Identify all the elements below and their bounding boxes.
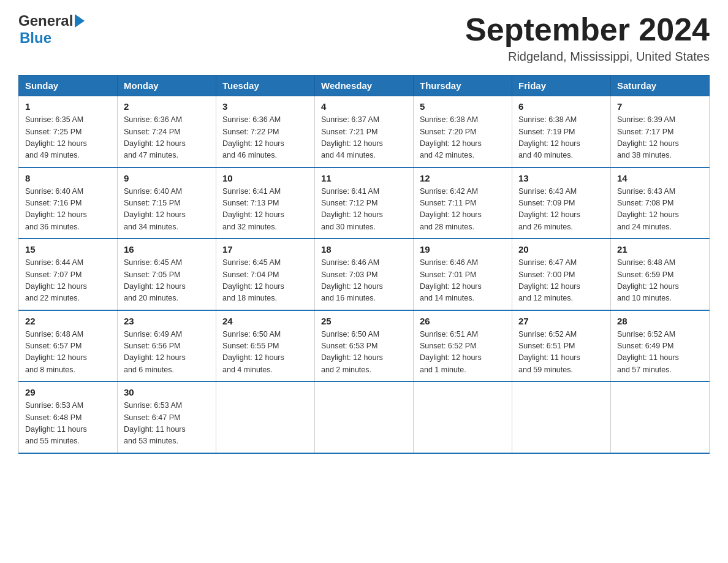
day-info: Sunrise: 6:38 AMSunset: 7:19 PMDaylight:…: [518, 114, 604, 162]
day-number: 19: [420, 244, 506, 255]
day-info: Sunrise: 6:48 AMSunset: 6:57 PMDaylight:…: [25, 329, 111, 377]
day-number: 24: [222, 316, 308, 326]
day-info: Sunrise: 6:50 AMSunset: 6:53 PMDaylight:…: [321, 329, 407, 377]
calendar-day-cell: 25 Sunrise: 6:50 AMSunset: 6:53 PMDaylig…: [315, 310, 414, 382]
day-number: 29: [25, 387, 111, 397]
calendar-table: SundayMondayTuesdayWednesdayThursdayFrid…: [18, 75, 710, 454]
calendar-day-cell: 23 Sunrise: 6:49 AMSunset: 6:56 PMDaylig…: [118, 310, 216, 382]
calendar-day-cell: 12 Sunrise: 6:42 AMSunset: 7:11 PMDaylig…: [414, 167, 512, 239]
calendar-day-cell: 21 Sunrise: 6:48 AMSunset: 6:59 PMDaylig…: [611, 239, 710, 310]
day-info: Sunrise: 6:37 AMSunset: 7:21 PMDaylight:…: [321, 114, 407, 162]
day-of-week-header: Sunday: [19, 75, 118, 96]
day-info: Sunrise: 6:35 AMSunset: 7:25 PMDaylight:…: [25, 114, 111, 162]
calendar-week-row: 1 Sunrise: 6:35 AMSunset: 7:25 PMDayligh…: [19, 96, 710, 167]
logo-blue-text: Blue: [20, 29, 51, 46]
day-info: Sunrise: 6:42 AMSunset: 7:11 PMDaylight:…: [420, 186, 506, 234]
day-info: Sunrise: 6:38 AMSunset: 7:20 PMDaylight:…: [420, 114, 506, 162]
calendar-day-cell: [216, 381, 315, 453]
day-number: 16: [124, 244, 210, 255]
day-number: 12: [420, 173, 506, 183]
day-number: 28: [617, 316, 703, 326]
day-info: Sunrise: 6:36 AMSunset: 7:22 PMDaylight:…: [222, 114, 308, 162]
day-number: 25: [321, 316, 407, 326]
calendar-day-cell: 9 Sunrise: 6:40 AMSunset: 7:15 PMDayligh…: [118, 167, 216, 239]
logo: General Blue: [18, 12, 85, 47]
day-info: Sunrise: 6:50 AMSunset: 6:55 PMDaylight:…: [222, 329, 308, 377]
calendar-day-cell: 27 Sunrise: 6:52 AMSunset: 6:51 PMDaylig…: [512, 310, 611, 382]
calendar-day-cell: 17 Sunrise: 6:45 AMSunset: 7:04 PMDaylig…: [216, 239, 315, 310]
day-number: 21: [617, 244, 703, 255]
calendar-day-cell: 20 Sunrise: 6:47 AMSunset: 7:00 PMDaylig…: [512, 239, 611, 310]
day-number: 2: [124, 101, 210, 112]
calendar-week-row: 8 Sunrise: 6:40 AMSunset: 7:16 PMDayligh…: [19, 167, 710, 239]
day-info: Sunrise: 6:43 AMSunset: 7:08 PMDaylight:…: [617, 186, 703, 234]
day-number: 17: [222, 244, 308, 255]
day-info: Sunrise: 6:53 AMSunset: 6:47 PMDaylight:…: [124, 400, 210, 448]
calendar-day-cell: 16 Sunrise: 6:45 AMSunset: 7:05 PMDaylig…: [118, 239, 216, 310]
day-info: Sunrise: 6:40 AMSunset: 7:16 PMDaylight:…: [25, 186, 111, 234]
day-info: Sunrise: 6:43 AMSunset: 7:09 PMDaylight:…: [518, 186, 604, 234]
day-info: Sunrise: 6:46 AMSunset: 7:03 PMDaylight:…: [321, 257, 407, 305]
month-title: September 2024: [465, 12, 710, 47]
logo-triangle-icon: [75, 14, 85, 28]
day-number: 27: [518, 316, 604, 326]
day-number: 1: [25, 101, 111, 112]
calendar-day-cell: 29 Sunrise: 6:53 AMSunset: 6:48 PMDaylig…: [19, 381, 118, 453]
day-info: Sunrise: 6:40 AMSunset: 7:15 PMDaylight:…: [124, 186, 210, 234]
calendar-day-cell: 1 Sunrise: 6:35 AMSunset: 7:25 PMDayligh…: [19, 96, 118, 167]
day-number: 18: [321, 244, 407, 255]
day-info: Sunrise: 6:39 AMSunset: 7:17 PMDaylight:…: [617, 114, 703, 162]
day-number: 7: [617, 101, 703, 112]
day-info: Sunrise: 6:52 AMSunset: 6:49 PMDaylight:…: [617, 329, 703, 377]
day-of-week-header: Friday: [512, 75, 611, 96]
day-number: 11: [321, 173, 407, 183]
calendar-day-cell: [512, 381, 611, 453]
calendar-day-cell: 19 Sunrise: 6:46 AMSunset: 7:01 PMDaylig…: [414, 239, 512, 310]
calendar-day-cell: 8 Sunrise: 6:40 AMSunset: 7:16 PMDayligh…: [19, 167, 118, 239]
day-number: 3: [222, 101, 308, 112]
day-number: 23: [124, 316, 210, 326]
day-info: Sunrise: 6:51 AMSunset: 6:52 PMDaylight:…: [420, 329, 506, 377]
day-info: Sunrise: 6:41 AMSunset: 7:12 PMDaylight:…: [321, 186, 407, 234]
day-number: 9: [124, 173, 210, 183]
day-of-week-header: Wednesday: [315, 75, 414, 96]
calendar-day-cell: 4 Sunrise: 6:37 AMSunset: 7:21 PMDayligh…: [315, 96, 414, 167]
day-info: Sunrise: 6:52 AMSunset: 6:51 PMDaylight:…: [518, 329, 604, 377]
day-number: 5: [420, 101, 506, 112]
calendar-day-cell: 6 Sunrise: 6:38 AMSunset: 7:19 PMDayligh…: [512, 96, 611, 167]
day-info: Sunrise: 6:36 AMSunset: 7:24 PMDaylight:…: [124, 114, 210, 162]
calendar-header-row: SundayMondayTuesdayWednesdayThursdayFrid…: [19, 75, 710, 96]
day-number: 10: [222, 173, 308, 183]
day-info: Sunrise: 6:45 AMSunset: 7:04 PMDaylight:…: [222, 257, 308, 305]
calendar-day-cell: 14 Sunrise: 6:43 AMSunset: 7:08 PMDaylig…: [611, 167, 710, 239]
day-info: Sunrise: 6:48 AMSunset: 6:59 PMDaylight:…: [617, 257, 703, 305]
logo-general-text: General: [18, 12, 73, 29]
location-title: Ridgeland, Mississippi, United States: [465, 50, 710, 64]
calendar-day-cell: 7 Sunrise: 6:39 AMSunset: 7:17 PMDayligh…: [611, 96, 710, 167]
calendar-day-cell: 13 Sunrise: 6:43 AMSunset: 7:09 PMDaylig…: [512, 167, 611, 239]
day-of-week-header: Tuesday: [216, 75, 315, 96]
calendar-day-cell: 24 Sunrise: 6:50 AMSunset: 6:55 PMDaylig…: [216, 310, 315, 382]
day-info: Sunrise: 6:46 AMSunset: 7:01 PMDaylight:…: [420, 257, 506, 305]
day-number: 20: [518, 244, 604, 255]
day-info: Sunrise: 6:47 AMSunset: 7:00 PMDaylight:…: [518, 257, 604, 305]
calendar-week-row: 22 Sunrise: 6:48 AMSunset: 6:57 PMDaylig…: [19, 310, 710, 382]
calendar-day-cell: 11 Sunrise: 6:41 AMSunset: 7:12 PMDaylig…: [315, 167, 414, 239]
calendar-day-cell: 28 Sunrise: 6:52 AMSunset: 6:49 PMDaylig…: [611, 310, 710, 382]
day-info: Sunrise: 6:41 AMSunset: 7:13 PMDaylight:…: [222, 186, 308, 234]
day-of-week-header: Monday: [118, 75, 216, 96]
calendar-day-cell: [315, 381, 414, 453]
calendar-day-cell: [414, 381, 512, 453]
day-number: 22: [25, 316, 111, 326]
calendar-day-cell: 3 Sunrise: 6:36 AMSunset: 7:22 PMDayligh…: [216, 96, 315, 167]
calendar-day-cell: 18 Sunrise: 6:46 AMSunset: 7:03 PMDaylig…: [315, 239, 414, 310]
day-number: 15: [25, 244, 111, 255]
day-info: Sunrise: 6:45 AMSunset: 7:05 PMDaylight:…: [124, 257, 210, 305]
day-info: Sunrise: 6:44 AMSunset: 7:07 PMDaylight:…: [25, 257, 111, 305]
day-number: 13: [518, 173, 604, 183]
calendar-day-cell: 22 Sunrise: 6:48 AMSunset: 6:57 PMDaylig…: [19, 310, 118, 382]
day-number: 14: [617, 173, 703, 183]
calendar-day-cell: 5 Sunrise: 6:38 AMSunset: 7:20 PMDayligh…: [414, 96, 512, 167]
day-number: 6: [518, 101, 604, 112]
calendar-week-row: 15 Sunrise: 6:44 AMSunset: 7:07 PMDaylig…: [19, 239, 710, 310]
